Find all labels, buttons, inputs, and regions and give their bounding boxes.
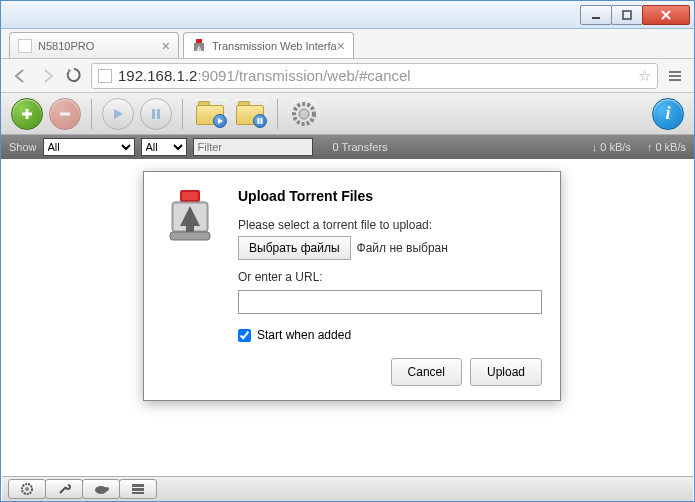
reload-button[interactable] xyxy=(65,66,85,86)
tab-close-icon[interactable]: × xyxy=(337,38,345,54)
chrome-menu-button[interactable] xyxy=(664,65,686,87)
tab-title: Transmission Web Interfa xyxy=(212,40,337,52)
start-when-added-checkbox[interactable] xyxy=(238,329,251,342)
url-path: :9091/transmission/web/#cancel xyxy=(197,67,410,84)
preferences-button[interactable] xyxy=(288,98,320,130)
pause-all-button[interactable] xyxy=(233,99,267,129)
tracker-filter-select[interactable]: All xyxy=(141,138,187,156)
browser-navbar: 192.168.1.2:9091/transmission/web/#cance… xyxy=(1,59,694,93)
start-when-added-label: Start when added xyxy=(257,328,351,342)
page-favicon xyxy=(18,39,32,53)
svg-rect-22 xyxy=(132,484,144,487)
tab-close-icon[interactable]: × xyxy=(162,38,170,54)
filter-input[interactable] xyxy=(193,138,313,156)
svg-rect-29 xyxy=(170,232,210,240)
upload-button[interactable]: Upload xyxy=(470,358,542,386)
toolbar-separator xyxy=(277,99,278,129)
transmission-icon xyxy=(162,188,222,342)
tools-menu-button[interactable] xyxy=(45,479,83,499)
filter-bar: Show All All 0 Transfers ↓ 0 kB/s ↑ 0 kB… xyxy=(1,135,694,159)
settings-menu-button[interactable] xyxy=(8,479,46,499)
compact-view-button[interactable] xyxy=(119,479,157,499)
toolbar-separator xyxy=(91,99,92,129)
tab-n5810pro[interactable]: N5810PRO × xyxy=(9,32,179,58)
svg-point-17 xyxy=(299,109,309,119)
remove-torrent-button[interactable] xyxy=(49,98,81,130)
state-filter-select[interactable]: All xyxy=(43,138,135,156)
svg-rect-14 xyxy=(258,118,260,124)
maximize-button[interactable] xyxy=(611,5,643,25)
bookmark-star-icon[interactable]: ☆ xyxy=(638,67,651,85)
svg-rect-1 xyxy=(623,11,631,19)
back-button[interactable] xyxy=(9,65,31,87)
svg-rect-23 xyxy=(132,488,144,491)
window-titlebar xyxy=(1,1,694,29)
file-field-label: Please select a torrent file to upload: xyxy=(238,218,542,232)
start-all-button[interactable] xyxy=(193,99,227,129)
transfer-count: 0 Transfers xyxy=(333,141,388,153)
svg-rect-24 xyxy=(132,492,144,494)
info-button[interactable]: i xyxy=(652,98,684,130)
show-label: Show xyxy=(9,141,37,153)
forward-button[interactable] xyxy=(37,65,59,87)
download-rate: ↓ 0 kB/s xyxy=(592,141,631,153)
transmission-favicon xyxy=(192,39,206,53)
url-host: 192.168.1.2 xyxy=(118,67,197,84)
status-bar xyxy=(2,476,693,501)
page-icon xyxy=(98,69,112,83)
file-status-text: Файл не выбран xyxy=(357,241,448,255)
tab-transmission[interactable]: Transmission Web Interfa × xyxy=(183,32,354,58)
url-bar[interactable]: 192.168.1.2:9091/transmission/web/#cance… xyxy=(91,63,658,89)
add-torrent-button[interactable] xyxy=(11,98,43,130)
svg-rect-4 xyxy=(196,39,202,43)
svg-point-19 xyxy=(25,487,29,491)
close-window-button[interactable] xyxy=(642,5,690,25)
svg-rect-15 xyxy=(261,118,263,124)
upload-rate: ↑ 0 kB/s xyxy=(647,141,686,153)
turtle-mode-button[interactable] xyxy=(82,479,120,499)
minimize-button[interactable] xyxy=(580,5,612,25)
start-button[interactable] xyxy=(102,98,134,130)
choose-file-button[interactable]: Выбрать файлы xyxy=(238,236,351,260)
pause-button[interactable] xyxy=(140,98,172,130)
svg-point-20 xyxy=(95,486,107,494)
browser-tabstrip: N5810PRO × Transmission Web Interfa × xyxy=(1,29,694,59)
svg-rect-12 xyxy=(152,109,155,119)
url-input[interactable] xyxy=(238,290,542,314)
svg-rect-26 xyxy=(182,192,198,200)
cancel-button[interactable]: Cancel xyxy=(391,358,462,386)
url-field-label: Or enter a URL: xyxy=(238,270,542,284)
toolbar-separator xyxy=(182,99,183,129)
tab-title: N5810PRO xyxy=(38,40,94,52)
dialog-title: Upload Torrent Files xyxy=(238,188,542,204)
app-toolbar: i xyxy=(1,93,694,135)
svg-rect-13 xyxy=(157,109,160,119)
svg-point-21 xyxy=(105,487,109,491)
upload-dialog: Upload Torrent Files Please select a tor… xyxy=(143,171,561,401)
